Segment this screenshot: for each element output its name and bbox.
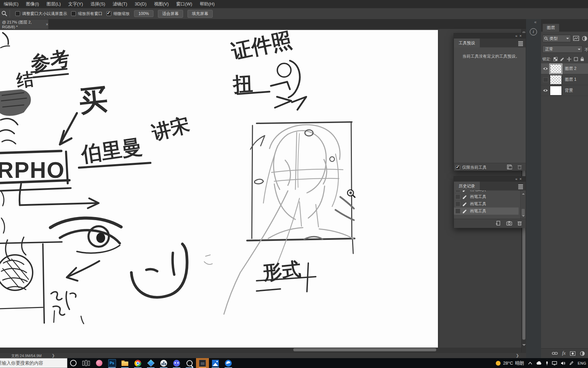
history-row[interactable]: 画笔工具	[454, 190, 519, 193]
display-icon[interactable]	[552, 361, 557, 365]
usb-device-icon[interactable]	[546, 361, 548, 365]
taskbar-search-input[interactable]: 在这里输入你要搜索的内容	[0, 358, 67, 368]
history-scrollbar[interactable]	[520, 190, 526, 219]
discord-button[interactable]	[170, 358, 183, 368]
menu-layer[interactable]: 图层(L)	[43, 0, 65, 8]
tray-weather[interactable]: 晴朗	[515, 360, 524, 366]
zoom-tool-icon[interactable]	[0, 11, 9, 17]
pink-app-button[interactable]	[93, 358, 105, 368]
new-adjustment-layer-icon[interactable]	[580, 351, 585, 356]
layer-row-background[interactable]: 背景	[541, 85, 588, 96]
history-row-selected[interactable]: 画笔工具	[454, 208, 519, 215]
horizontal-scroll-thumb[interactable]	[293, 348, 436, 351]
menu-edit[interactable]: 编辑(E)	[0, 0, 22, 8]
cortana-button[interactable]	[67, 358, 80, 368]
tray-expand-chevron-icon[interactable]	[528, 362, 532, 365]
menu-help[interactable]: 帮助(H)	[196, 0, 218, 8]
history-source-well[interactable]	[455, 209, 460, 214]
filter-type-dropdown[interactable]: 类型	[542, 35, 571, 42]
layer-styles-fx-icon[interactable]: fx	[562, 351, 566, 356]
resize-windows-checkbox[interactable]: 调整窗口大小以满屏显示	[15, 11, 67, 17]
link-layers-icon[interactable]	[552, 352, 558, 355]
zoom-100-button[interactable]: 100%	[134, 10, 153, 17]
visibility-eye-icon[interactable]	[543, 67, 548, 71]
visibility-eye-icon[interactable]	[543, 89, 548, 92]
scroll-up-arrow-icon[interactable]	[522, 192, 525, 195]
tab-close-icon[interactable]: ×	[46, 22, 48, 27]
layer-thumbnail[interactable]	[550, 86, 562, 95]
blend-mode-dropdown[interactable]: 正常	[542, 46, 583, 53]
search-app-button[interactable]	[183, 358, 196, 368]
lock-pixels-brush-icon[interactable]	[560, 57, 565, 61]
blue-gem-app-button[interactable]	[144, 358, 157, 368]
zoom-all-windows-checkbox[interactable]: 缩放所有窗口	[71, 11, 102, 17]
active-drawing-app-button[interactable]	[196, 358, 209, 368]
lock-artboard-icon[interactable]	[574, 57, 578, 61]
close-icon[interactable]: ×	[520, 34, 524, 38]
delete-preset-icon[interactable]	[518, 165, 522, 169]
history-source-well[interactable]	[455, 194, 460, 199]
file-explorer-button[interactable]	[118, 358, 131, 368]
layer-thumbnail[interactable]	[550, 75, 562, 85]
layer-row-layer2[interactable]: 图层 2	[541, 63, 588, 74]
tab-history[interactable]: 历史记录	[454, 182, 480, 190]
document-tab[interactable]: @ 217% (图层 2, RGB/8) * ×	[0, 19, 48, 29]
fit-screen-button[interactable]: 适合屏幕	[158, 10, 183, 18]
menu-view[interactable]: 视图(V)	[150, 0, 172, 8]
task-view-button[interactable]	[80, 358, 93, 368]
status-right-arrow-icon[interactable]: ❯	[516, 353, 519, 358]
lock-all-icon[interactable]	[581, 57, 584, 61]
input-language-indicator[interactable]: ENG	[578, 361, 586, 365]
close-icon[interactable]: ×	[520, 177, 524, 181]
history-scroll-thumb[interactable]	[522, 209, 525, 216]
history-source-well[interactable]	[455, 190, 460, 192]
menu-filter[interactable]: 滤镜(T)	[109, 0, 131, 8]
onedrive-cloud-icon[interactable]	[536, 361, 542, 365]
menu-select[interactable]: 选择(S)	[87, 0, 109, 8]
panel-menu-icon[interactable]	[518, 41, 523, 47]
lock-position-move-icon[interactable]	[567, 57, 571, 61]
w-app-button[interactable]	[157, 358, 170, 368]
drawing-canvas[interactable]: 参考 结 买 伯里曼 讲宋 RPHO 证件照 扭 形式	[0, 30, 438, 348]
blue-circle-app-button[interactable]	[222, 358, 235, 368]
visibility-off-icon[interactable]	[543, 77, 548, 82]
menu-window[interactable]: 窗口(W)	[173, 0, 196, 8]
add-layer-mask-icon[interactable]	[570, 351, 575, 356]
lock-transparency-icon[interactable]	[553, 57, 558, 61]
tab-tool-presets[interactable]: 工具预设	[454, 39, 480, 47]
collapse-icon[interactable]: «	[515, 177, 519, 181]
horizontal-scrollbar[interactable]	[0, 348, 521, 352]
status-flyout-icon[interactable]: ❯	[52, 353, 55, 358]
new-preset-icon[interactable]	[507, 165, 512, 169]
current-tool-only-checkbox[interactable]: 仅限当前工具	[456, 165, 487, 170]
delete-state-trash-icon[interactable]	[518, 221, 522, 226]
tray-temperature[interactable]: 28°C	[503, 361, 513, 366]
new-document-from-state-icon[interactable]	[495, 221, 501, 226]
photoshop-button[interactable]: Ps	[105, 358, 118, 368]
history-row[interactable]: 画笔工具	[454, 193, 519, 200]
panel-menu-icon[interactable]	[518, 184, 523, 190]
info-panel-icon[interactable]: i	[530, 28, 537, 35]
tab-layers[interactable]: 图层	[543, 24, 559, 32]
scrubby-zoom-checkbox[interactable]: 细微缩放	[107, 11, 130, 17]
photos-app-button[interactable]	[209, 358, 222, 368]
pen-input-icon[interactable]	[569, 361, 574, 365]
menu-3d[interactable]: 3D(D)	[131, 0, 150, 8]
scroll-down-arrow-icon[interactable]	[522, 344, 526, 348]
new-snapshot-camera-icon[interactable]	[506, 221, 512, 226]
layer-thumbnail[interactable]	[550, 64, 562, 74]
filter-pixel-layers-icon[interactable]	[573, 36, 579, 41]
scroll-down-arrow-icon[interactable]	[522, 215, 525, 218]
history-row[interactable]: 画笔工具	[454, 200, 519, 208]
menu-image[interactable]: 图像(I)	[22, 0, 43, 8]
tool-presets-list: 当前工具没有定义的工具预设。	[454, 47, 526, 163]
filter-adjustment-layers-icon[interactable]	[582, 36, 587, 41]
layer-row-layer1[interactable]: 图层 1	[541, 74, 588, 85]
menu-type[interactable]: 文字(Y)	[65, 0, 87, 8]
history-source-well[interactable]	[455, 201, 460, 206]
chrome-button[interactable]	[131, 358, 144, 368]
fill-screen-button[interactable]: 填充屏幕	[187, 10, 213, 18]
collapse-icon[interactable]: «	[515, 34, 519, 38]
volume-icon[interactable]	[561, 361, 566, 365]
collapse-dock-icon[interactable]: «	[534, 20, 537, 25]
